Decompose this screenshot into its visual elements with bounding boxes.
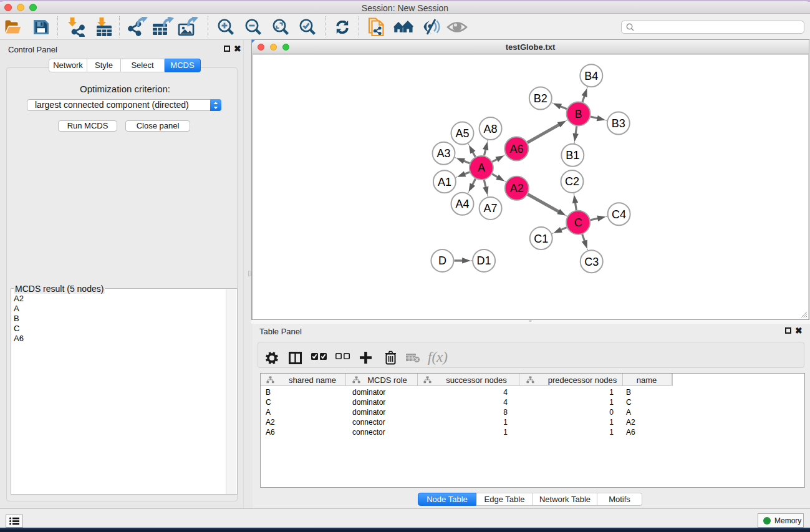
svg-text:A8: A8	[484, 123, 498, 135]
svg-text:A: A	[478, 162, 485, 174]
svg-text:A7: A7	[484, 202, 498, 215]
svg-text:B3: B3	[612, 117, 625, 130]
svg-text:B: B	[575, 108, 582, 120]
svg-text:A6: A6	[509, 143, 523, 155]
svg-text:D: D	[438, 254, 446, 267]
svg-text:C2: C2	[565, 175, 579, 188]
svg-text:C: C	[574, 216, 582, 229]
svg-text:C1: C1	[534, 233, 548, 245]
svg-text:B2: B2	[534, 92, 547, 105]
svg-text:A4: A4	[455, 198, 469, 210]
svg-text:B4: B4	[584, 70, 598, 82]
svg-text:A5: A5	[455, 127, 469, 140]
svg-text:D1: D1	[477, 254, 491, 267]
svg-text:C4: C4	[612, 208, 626, 221]
svg-text:A3: A3	[436, 147, 450, 160]
svg-text:C3: C3	[584, 256, 599, 268]
svg-text:B1: B1	[566, 149, 579, 162]
svg-text:A2: A2	[510, 182, 524, 195]
svg-text:A1: A1	[438, 176, 451, 188]
